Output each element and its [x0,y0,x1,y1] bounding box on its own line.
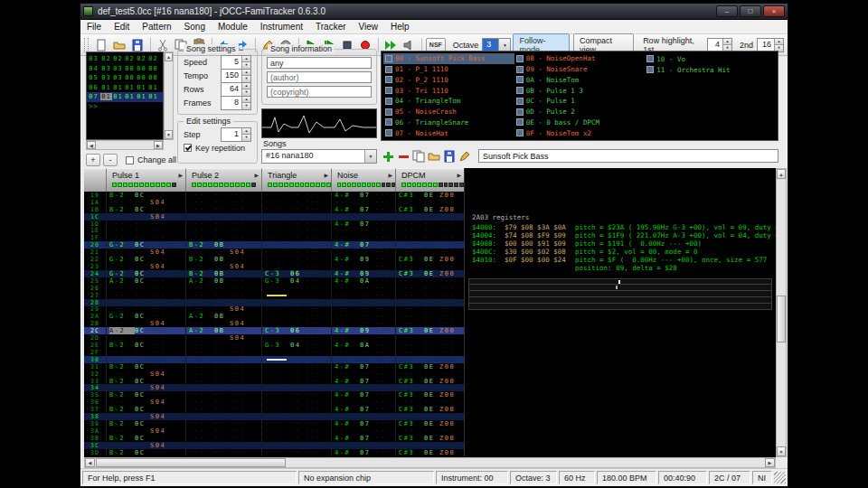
instrument-item-0B[interactable]: 0B - Pulse 1 3 [514,85,646,96]
frame-pattern-cell[interactable]: 01 [136,84,147,91]
menu-tracker[interactable]: Tracker [309,21,353,33]
pattern-cell-p1[interactable]: ········ [106,292,185,299]
channel-header-triangle[interactable]: Triangle▶ [261,168,331,192]
pattern-cell-p2[interactable]: B-20B··· [185,256,261,263]
menu-file[interactable]: File [80,21,108,33]
pattern-cell-dp[interactable]: ········ [395,427,464,435]
pattern-cell-tr[interactable]: ········ [261,306,331,314]
open-icon[interactable] [427,149,441,163]
frame-row[interactable]: 050303000000 [87,73,163,83]
pattern-cell-p1[interactable]: ········ [106,228,185,235]
song-copyright-field[interactable]: (copyright) [267,86,372,98]
channel-header-pulse-1[interactable]: Pulse 1▶ [106,168,185,192]
pattern-cell-tr[interactable]: G-304··· [261,342,331,349]
pattern-cell-dp[interactable]: ········ [395,277,464,285]
pattern-cell-dp[interactable]: C#30EZ00 [395,449,464,456]
frame-pattern-cell[interactable]: 03 [112,74,124,81]
pattern-cell-dp[interactable]: ········ [395,320,464,327]
pattern-cell-dp[interactable]: C#30EZ00 [395,378,464,385]
pattern-cell-p1[interactable]: A-20C··· [106,277,185,285]
instrument-item-05[interactable]: 05 - NoiseCrash [383,107,514,117]
instrument-item-0D[interactable]: 0D - Pulse 2 [514,107,646,117]
menu-module[interactable]: Module [212,21,254,33]
pattern-row[interactable]: 1BB-20C···················4-#07···C#30EZ… [84,206,464,213]
instrument-list[interactable]: 00 - Sunsoft Pick Bass01 - P_1 111002 - … [381,51,778,141]
pattern-row[interactable]: 20G-20C···B-20B···········4-#07·········… [84,241,464,249]
instrument-item-0E[interactable]: 0E - 0 bass / DPCM [514,117,646,128]
instrument-item-10[interactable]: 10 - Vo [645,53,776,64]
pattern-cell-no[interactable]: 4-#07··· [331,192,395,199]
pattern-cell-no[interactable]: 4-#0A··· [331,342,395,349]
pattern-cell-tr[interactable]: ········ [261,206,331,213]
spin-down-icon[interactable]: ▼ [242,75,250,82]
frame-pattern-cell[interactable]: 00 [147,74,159,81]
scroll-left-icon[interactable]: ◀ [85,458,95,467]
pattern-row[interactable]: 2AG-20C···A-20B·························… [84,313,464,320]
rows-spinner[interactable]: 64▲▼ [221,82,251,97]
pattern-cell-p1[interactable]: B-20C··· [106,420,185,427]
pattern-cell-tr[interactable]: ········ [261,334,331,342]
pattern-row[interactable]: 3C·····S04······························… [84,442,464,449]
pattern-cell-tr[interactable] [261,292,331,299]
minimize-button[interactable]: – [716,5,738,17]
pattern-cell-p1[interactable]: ·····S04 [106,199,185,206]
pattern-row[interactable]: 21·····S04·····S04······················… [84,249,464,256]
title-bar[interactable]: def_test5.0cc [#16 nana180] - jOCC-FamiT… [80,4,788,20]
pattern-cell-p2[interactable]: ········ [185,420,261,427]
pattern-cell-tr[interactable]: ········ [261,371,331,378]
pattern-cell-no[interactable]: 4-#07··· [331,420,395,427]
frame-pattern-cell[interactable]: 02 [136,55,147,62]
pattern-cell-dp[interactable]: ········ [395,342,464,349]
effect-expand-icon[interactable]: ▶ [388,172,392,178]
pattern-cell-p2[interactable]: ········ [185,221,261,228]
pattern-cell-dp[interactable]: ········ [395,241,464,249]
instrument-item-03[interactable]: 03 - Tri 1110 [383,85,514,96]
pattern-cell-tr[interactable]: ········ [261,449,331,456]
pattern-cell-p2[interactable]: B-20B··· [185,241,261,249]
pattern-row[interactable]: 2B·····S04·····S04······················… [84,320,464,327]
tempo-value[interactable]: 150 [222,70,241,82]
instrument-name-field[interactable]: Sunsoft Pick Bass [478,149,778,163]
instrument-item-02[interactable]: 02 - P_2 1110 [383,75,514,86]
pattern-cell-no[interactable]: 4-#07··· [331,391,395,399]
pattern-cell-p2[interactable]: ·····S04 [185,334,261,342]
tempo-spinner[interactable]: 150▲▼ [221,69,251,83]
frame-pattern-cell[interactable]: 02 [100,55,112,62]
song-author-field[interactable]: (author) [267,71,372,83]
instrument-item-01[interactable]: 01 - P_1 1110 [383,64,514,75]
pattern-row[interactable]: 3DB-20C···················4-#07···C#30EZ… [84,449,464,456]
pattern-cell-dp[interactable]: ········ [395,371,464,378]
pattern-cell-dp[interactable]: ········ [395,349,464,356]
frame-pattern-cell[interactable]: 01 [147,84,159,91]
pattern-cell-no[interactable]: ········ [331,306,395,314]
row-highlight-2nd-value[interactable]: 16 [758,39,774,52]
pattern-cell-no[interactable]: 4-#09··· [331,327,395,334]
pattern-row[interactable]: 34·····S04······························… [84,384,464,391]
pattern-cell-p2[interactable]: ·····S04 [185,306,261,314]
pattern-cell-no[interactable]: 4-#07··· [331,378,395,385]
frame-pattern-cell[interactable]: 01 [100,84,112,91]
frame-pattern-cell[interactable]: 02 [112,55,124,62]
pattern-cell-p1[interactable]: B-20C··· [106,435,185,442]
pattern-cell-no[interactable]: ········ [331,234,395,241]
maximize-button[interactable]: □ [740,5,761,17]
pattern-cell-no[interactable]: ········ [331,199,395,206]
pattern-row[interactable]: 26······································… [84,285,464,292]
pattern-cell-tr[interactable]: C-306··· [261,270,331,277]
pattern-cell-tr[interactable]: ········ [261,228,331,235]
pattern-cell-p2[interactable]: ········ [185,285,261,292]
pattern-cell-p1[interactable]: B-20C··· [106,449,185,456]
chevron-down-icon[interactable]: ▼ [364,150,376,163]
pattern-cell-p2[interactable]: ········ [185,371,261,378]
pattern-cell-p1[interactable]: B-20C··· [106,206,185,213]
pattern-cell-p1[interactable]: ·····S04 [106,399,185,406]
pattern-cell-tr[interactable]: ········ [261,285,331,292]
pattern-cell-dp[interactable]: ········ [395,263,464,270]
pattern-cell-tr[interactable]: ········ [261,384,331,391]
pattern-cell-p1[interactable]: ········ [106,356,185,363]
pattern-cell-tr[interactable]: ········ [261,406,331,413]
pattern-cell-p1[interactable]: G-20C··· [106,241,185,249]
pattern-row[interactable]: 2D·············S04······················… [84,334,464,342]
frame-row[interactable]: 030202020202 [87,54,163,64]
pattern-row[interactable]: 39B-20C···················4-#07···C#30EZ… [84,420,464,427]
